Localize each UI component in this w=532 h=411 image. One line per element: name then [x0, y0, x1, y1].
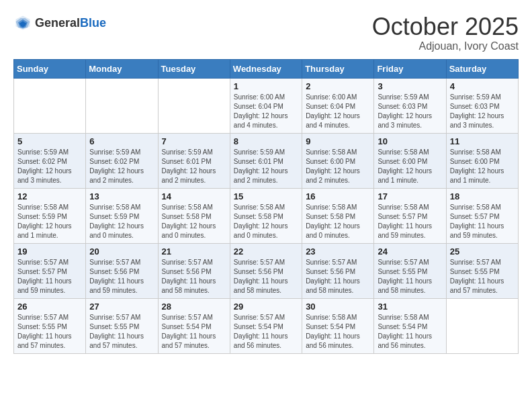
day-number: 13 — [89, 191, 154, 201]
day-cell: 4Sunrise: 5:59 AM Sunset: 6:03 PM Daylig… — [446, 78, 518, 133]
day-number: 20 — [89, 246, 154, 257]
day-number: 12 — [17, 191, 82, 201]
logo-text: General Blue — [35, 17, 106, 29]
day-info: Sunrise: 5:59 AM Sunset: 6:01 PM Dayligh… — [234, 148, 298, 185]
day-info: Sunrise: 5:59 AM Sunset: 6:02 PM Dayligh… — [17, 148, 82, 185]
logo: General Blue — [13, 13, 106, 32]
day-cell: 13Sunrise: 5:58 AM Sunset: 5:59 PM Dayli… — [86, 188, 158, 243]
week-row-1: 5Sunrise: 5:59 AM Sunset: 6:02 PM Daylig… — [14, 133, 519, 188]
day-number: 5 — [17, 136, 82, 146]
day-number: 22 — [234, 246, 298, 257]
day-cell: 1Sunrise: 6:00 AM Sunset: 6:04 PM Daylig… — [230, 78, 302, 133]
day-number: 11 — [450, 136, 515, 146]
header-sunday: Sunday — [14, 59, 86, 78]
day-info: Sunrise: 5:59 AM Sunset: 6:03 PM Dayligh… — [378, 93, 442, 130]
day-number: 27 — [89, 302, 154, 312]
day-number: 7 — [162, 136, 226, 146]
day-number: 23 — [306, 246, 370, 257]
day-number: 26 — [17, 302, 82, 312]
day-cell: 24Sunrise: 5:57 AM Sunset: 5:55 PM Dayli… — [374, 243, 446, 298]
day-info: Sunrise: 5:57 AM Sunset: 5:56 PM Dayligh… — [162, 258, 226, 295]
day-cell — [86, 78, 158, 133]
day-number: 3 — [378, 81, 442, 91]
day-cell: 21Sunrise: 5:57 AM Sunset: 5:56 PM Dayli… — [158, 243, 230, 298]
day-cell: 26Sunrise: 5:57 AM Sunset: 5:55 PM Dayli… — [14, 298, 86, 353]
day-cell: 5Sunrise: 5:59 AM Sunset: 6:02 PM Daylig… — [14, 133, 86, 188]
day-number: 17 — [378, 191, 442, 201]
calendar-title: October 2025 — [372, 13, 519, 40]
logo-general: General — [35, 17, 80, 29]
logo-blue: Blue — [80, 17, 106, 29]
day-info: Sunrise: 5:58 AM Sunset: 6:00 PM Dayligh… — [378, 148, 442, 185]
day-number: 21 — [162, 246, 226, 257]
week-row-4: 26Sunrise: 5:57 AM Sunset: 5:55 PM Dayli… — [14, 298, 519, 353]
day-info: Sunrise: 5:58 AM Sunset: 6:00 PM Dayligh… — [306, 148, 370, 185]
day-cell: 30Sunrise: 5:58 AM Sunset: 5:54 PM Dayli… — [302, 298, 374, 353]
day-info: Sunrise: 5:57 AM Sunset: 5:54 PM Dayligh… — [162, 313, 226, 351]
day-cell: 9Sunrise: 5:58 AM Sunset: 6:00 PM Daylig… — [302, 133, 374, 188]
day-cell: 7Sunrise: 5:59 AM Sunset: 6:01 PM Daylig… — [158, 133, 230, 188]
day-number: 30 — [306, 302, 370, 312]
day-cell: 6Sunrise: 5:59 AM Sunset: 6:02 PM Daylig… — [86, 133, 158, 188]
day-info: Sunrise: 6:00 AM Sunset: 6:04 PM Dayligh… — [306, 93, 370, 130]
day-cell: 10Sunrise: 5:58 AM Sunset: 6:00 PM Dayli… — [374, 133, 446, 188]
day-info: Sunrise: 5:57 AM Sunset: 5:56 PM Dayligh… — [306, 258, 370, 295]
day-number: 14 — [162, 191, 226, 201]
calendar-table: Sunday Monday Tuesday Wednesday Thursday… — [13, 59, 519, 354]
day-info: Sunrise: 5:58 AM Sunset: 5:58 PM Dayligh… — [306, 203, 370, 240]
week-row-0: 1Sunrise: 6:00 AM Sunset: 6:04 PM Daylig… — [14, 78, 519, 133]
day-number: 29 — [234, 302, 298, 312]
day-number: 8 — [234, 136, 298, 146]
day-info: Sunrise: 5:57 AM Sunset: 5:55 PM Dayligh… — [450, 258, 515, 295]
day-cell: 20Sunrise: 5:57 AM Sunset: 5:56 PM Dayli… — [86, 243, 158, 298]
day-cell: 3Sunrise: 5:59 AM Sunset: 6:03 PM Daylig… — [374, 78, 446, 133]
title-area: October 2025 Adjouan, Ivory Coast — [372, 13, 519, 52]
header-saturday: Saturday — [446, 59, 518, 78]
day-number: 6 — [89, 136, 154, 146]
day-number: 25 — [450, 246, 515, 257]
day-cell: 29Sunrise: 5:57 AM Sunset: 5:54 PM Dayli… — [230, 298, 302, 353]
header-thursday: Thursday — [302, 59, 374, 78]
day-cell: 28Sunrise: 5:57 AM Sunset: 5:54 PM Dayli… — [158, 298, 230, 353]
week-row-2: 12Sunrise: 5:58 AM Sunset: 5:59 PM Dayli… — [14, 188, 519, 243]
day-info: Sunrise: 6:00 AM Sunset: 6:04 PM Dayligh… — [234, 93, 298, 130]
header-wednesday: Wednesday — [230, 59, 302, 78]
calendar-subtitle: Adjouan, Ivory Coast — [372, 40, 519, 52]
day-cell — [14, 78, 86, 133]
day-cell — [158, 78, 230, 133]
day-cell: 18Sunrise: 5:58 AM Sunset: 5:57 PM Dayli… — [446, 188, 518, 243]
day-number: 1 — [234, 81, 298, 91]
day-cell: 14Sunrise: 5:58 AM Sunset: 5:58 PM Dayli… — [158, 188, 230, 243]
day-cell: 11Sunrise: 5:58 AM Sunset: 6:00 PM Dayli… — [446, 133, 518, 188]
day-number: 10 — [378, 136, 442, 146]
day-info: Sunrise: 5:59 AM Sunset: 6:02 PM Dayligh… — [89, 148, 154, 185]
day-number: 31 — [378, 302, 442, 312]
day-cell: 27Sunrise: 5:57 AM Sunset: 5:55 PM Dayli… — [86, 298, 158, 353]
day-number: 24 — [378, 246, 442, 257]
day-info: Sunrise: 5:58 AM Sunset: 5:54 PM Dayligh… — [306, 313, 370, 351]
day-cell: 16Sunrise: 5:58 AM Sunset: 5:58 PM Dayli… — [302, 188, 374, 243]
day-info: Sunrise: 5:58 AM Sunset: 5:58 PM Dayligh… — [234, 203, 298, 240]
day-number: 19 — [17, 246, 82, 257]
day-info: Sunrise: 5:58 AM Sunset: 5:57 PM Dayligh… — [450, 203, 515, 240]
day-info: Sunrise: 5:57 AM Sunset: 5:55 PM Dayligh… — [378, 258, 442, 295]
logo-icon — [13, 13, 32, 32]
day-info: Sunrise: 5:57 AM Sunset: 5:54 PM Dayligh… — [234, 313, 298, 351]
header-friday: Friday — [374, 59, 446, 78]
day-cell: 15Sunrise: 5:58 AM Sunset: 5:58 PM Dayli… — [230, 188, 302, 243]
week-row-3: 19Sunrise: 5:57 AM Sunset: 5:57 PM Dayli… — [14, 243, 519, 298]
day-info: Sunrise: 5:58 AM Sunset: 5:58 PM Dayligh… — [162, 203, 226, 240]
day-cell: 25Sunrise: 5:57 AM Sunset: 5:55 PM Dayli… — [446, 243, 518, 298]
day-cell: 8Sunrise: 5:59 AM Sunset: 6:01 PM Daylig… — [230, 133, 302, 188]
day-cell: 2Sunrise: 6:00 AM Sunset: 6:04 PM Daylig… — [302, 78, 374, 133]
header-monday: Monday — [86, 59, 158, 78]
day-info: Sunrise: 5:58 AM Sunset: 5:54 PM Dayligh… — [378, 313, 442, 351]
header-row: Sunday Monday Tuesday Wednesday Thursday… — [14, 59, 519, 78]
day-number: 16 — [306, 191, 370, 201]
day-info: Sunrise: 5:57 AM Sunset: 5:56 PM Dayligh… — [89, 258, 154, 295]
header: General Blue October 2025 Adjouan, Ivory… — [13, 13, 519, 52]
day-cell: 19Sunrise: 5:57 AM Sunset: 5:57 PM Dayli… — [14, 243, 86, 298]
day-number: 18 — [450, 191, 515, 201]
day-info: Sunrise: 5:57 AM Sunset: 5:55 PM Dayligh… — [89, 313, 154, 351]
day-cell: 23Sunrise: 5:57 AM Sunset: 5:56 PM Dayli… — [302, 243, 374, 298]
